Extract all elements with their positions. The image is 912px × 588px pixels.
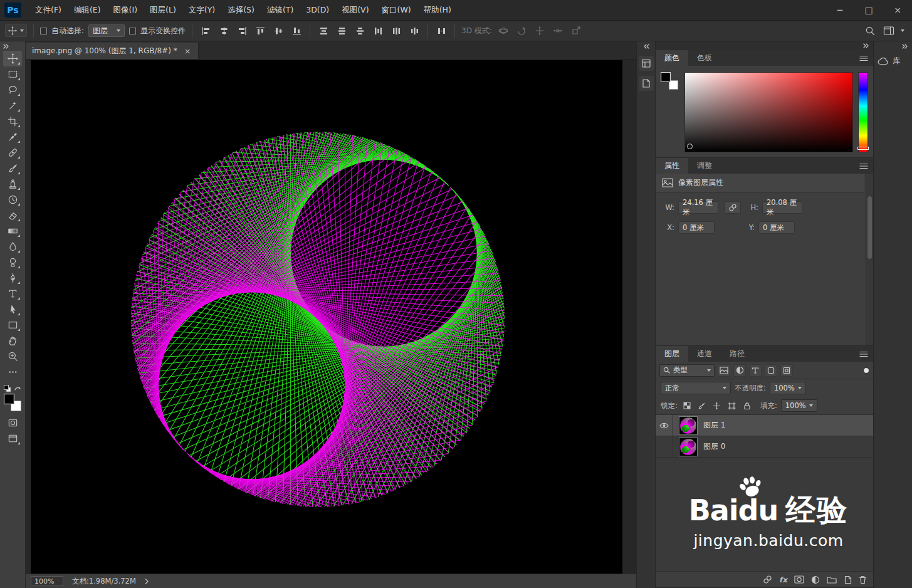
layer-thumbnail[interactable]	[679, 416, 698, 435]
blend-mode-select[interactable]: 正常	[661, 382, 731, 394]
layer-row-1[interactable]: 图层 1	[656, 415, 873, 436]
path-selection-tool[interactable]	[3, 302, 22, 317]
quick-mask-button[interactable]	[3, 415, 22, 431]
distribute-right-edges-icon[interactable]	[407, 24, 421, 38]
layer-filter-toggle[interactable]	[863, 367, 869, 374]
color-picker-cursor[interactable]	[687, 144, 693, 149]
hue-slider[interactable]	[858, 72, 868, 152]
libraries-panel-button[interactable]: 库	[874, 51, 912, 71]
spot-healing-brush-tool[interactable]	[3, 145, 22, 160]
rectangular-marquee-tool[interactable]	[3, 66, 22, 82]
auto-select-target-dropdown[interactable]: 图层	[88, 24, 125, 37]
minimize-button[interactable]: ─	[826, 0, 854, 20]
layer-name[interactable]: 图层 1	[703, 420, 725, 431]
3d-pan-icon[interactable]	[533, 24, 547, 38]
screen-mode-button[interactable]	[3, 431, 22, 446]
layer-filter-type-dropdown[interactable]: 类型	[659, 364, 715, 377]
collapsed-history-panel-icon[interactable]	[639, 56, 654, 71]
more-tools-icon[interactable]	[3, 364, 22, 380]
maximize-button[interactable]: □	[854, 0, 883, 20]
menu-window[interactable]: 窗口(W)	[375, 0, 417, 20]
new-layer-icon[interactable]	[844, 575, 852, 584]
tab-adjustments[interactable]: 调整	[688, 158, 721, 174]
menu-3d[interactable]: 3D(D)	[300, 0, 335, 20]
hand-tool[interactable]	[3, 333, 22, 349]
tab-color[interactable]: 颜色	[656, 50, 688, 66]
fill-field[interactable]: 100%	[781, 399, 817, 412]
zoom-tool[interactable]	[3, 349, 22, 364]
align-top-edges-icon[interactable]	[253, 24, 267, 38]
height-field[interactable]: 20.08 厘米	[762, 201, 802, 214]
3d-rotate-icon[interactable]	[496, 24, 510, 38]
tab-close-icon[interactable]: ×	[184, 46, 192, 56]
default-colors-icon[interactable]	[4, 385, 11, 392]
zoom-level-field[interactable]: 100%	[31, 576, 63, 586]
distribute-bottom-edges-icon[interactable]	[353, 24, 367, 38]
layers-panel-menu-icon[interactable]	[854, 346, 873, 362]
scrollbar-thumb[interactable]	[867, 196, 872, 259]
auto-select-checkbox[interactable]	[40, 28, 47, 34]
status-expand-icon[interactable]	[145, 579, 149, 584]
hue-slider-marker[interactable]	[857, 147, 869, 150]
foreground-background-colors[interactable]	[4, 394, 21, 411]
3d-scale-icon[interactable]	[569, 24, 583, 38]
color-panel-menu-icon[interactable]	[854, 50, 873, 66]
canvas-workspace[interactable]	[26, 60, 636, 574]
filter-type-layers-icon[interactable]	[749, 364, 762, 377]
menu-edit[interactable]: 编辑(E)	[68, 0, 107, 20]
constrain-proportions-icon[interactable]	[725, 201, 741, 214]
3d-slide-icon[interactable]	[551, 24, 565, 38]
crop-tool[interactable]	[3, 113, 22, 129]
eyedropper-tool[interactable]	[3, 129, 22, 145]
align-vertical-centers-icon[interactable]	[271, 24, 285, 38]
document-canvas[interactable]	[31, 60, 622, 574]
collapsed-notes-panel-icon[interactable]	[639, 76, 654, 91]
opacity-field[interactable]: 100%	[770, 382, 806, 394]
3d-roll-icon[interactable]	[515, 24, 528, 38]
add-layer-mask-icon[interactable]	[794, 575, 804, 584]
link-layers-icon[interactable]	[763, 575, 772, 584]
new-group-icon[interactable]	[827, 575, 837, 584]
menu-layer[interactable]: 图层(L)	[144, 0, 182, 20]
filter-pixel-layers-icon[interactable]	[718, 364, 730, 377]
adjustment-layer-icon[interactable]	[811, 575, 820, 584]
layer-style-icon[interactable]: fx	[779, 575, 787, 584]
eraser-tool[interactable]	[3, 207, 22, 223]
layer-row-2[interactable]: 图层 0	[656, 436, 873, 458]
width-field[interactable]: 24.16 厘米	[678, 201, 718, 214]
move-tool[interactable]	[3, 51, 22, 66]
tab-paths[interactable]: 路径	[721, 346, 753, 362]
lock-artboard-icon[interactable]	[726, 400, 738, 411]
align-left-edges-icon[interactable]	[199, 24, 212, 38]
layer-visibility-toggle[interactable]	[656, 415, 673, 436]
menu-select[interactable]: 选择(S)	[221, 0, 261, 20]
gradient-tool[interactable]	[3, 223, 22, 239]
properties-scrollbar[interactable]	[866, 174, 873, 345]
layer-name[interactable]: 图层 0	[703, 441, 725, 452]
distribute-top-edges-icon[interactable]	[317, 24, 330, 38]
rectangle-tool[interactable]	[3, 317, 22, 333]
filter-shape-layers-icon[interactable]	[765, 364, 777, 377]
distribute-spacing-icon[interactable]	[434, 24, 448, 38]
layer-visibility-toggle[interactable]	[656, 436, 673, 457]
expand-libraries-icon[interactable]	[874, 41, 912, 51]
collapse-panels-icon[interactable]	[863, 43, 869, 48]
filter-adjustment-layers-icon[interactable]	[733, 364, 746, 377]
lock-transparent-pixels-icon[interactable]	[681, 400, 693, 411]
lock-position-icon[interactable]	[711, 400, 723, 411]
color-panel-swatches[interactable]	[661, 72, 679, 91]
lock-image-pixels-icon[interactable]	[696, 400, 708, 411]
blur-tool[interactable]	[3, 239, 22, 255]
show-transform-checkbox[interactable]	[129, 28, 136, 34]
clone-stamp-tool[interactable]	[3, 176, 22, 192]
distribute-vertical-centers-icon[interactable]	[335, 24, 349, 38]
type-tool[interactable]	[3, 286, 22, 302]
distribute-horizontal-centers-icon[interactable]	[389, 24, 403, 38]
history-brush-tool[interactable]	[3, 192, 22, 207]
search-icon[interactable]	[863, 24, 877, 38]
swap-colors-icon[interactable]	[14, 386, 21, 392]
menu-help[interactable]: 帮助(H)	[417, 0, 458, 20]
x-field[interactable]: 0 厘米	[678, 221, 715, 234]
delete-layer-icon[interactable]	[859, 575, 867, 584]
menu-view[interactable]: 视图(V)	[335, 0, 375, 20]
